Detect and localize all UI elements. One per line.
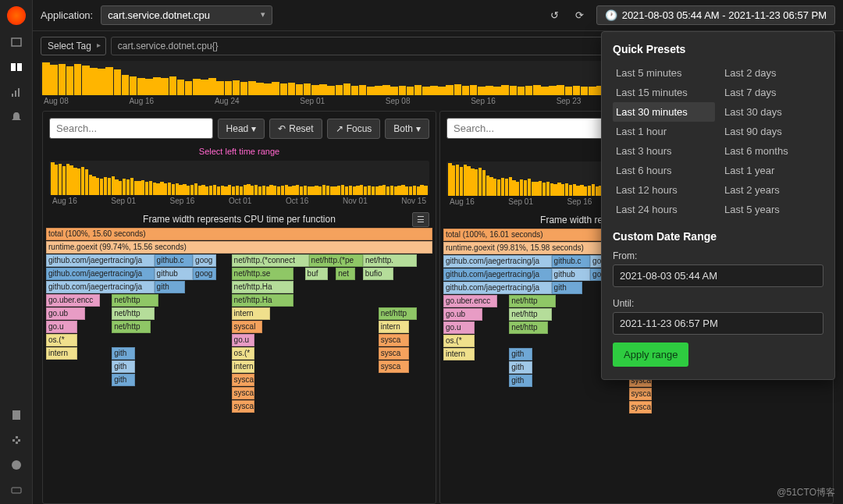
head-dropdown[interactable]: Head ▾ <box>218 119 265 139</box>
from-input[interactable] <box>613 264 823 287</box>
preset-option[interactable]: Last 2 days <box>721 63 823 83</box>
flame-frame[interactable]: gith <box>112 374 135 386</box>
keyboard-icon[interactable] <box>9 482 24 498</box>
comparison-view-icon[interactable] <box>9 59 24 75</box>
left-mini-timeline[interactable]: Aug 16Sep 01Sep 16Oct 01Oct 16Nov 01Nov … <box>49 161 429 208</box>
flame-frame[interactable]: gith <box>112 347 135 360</box>
flame-frame[interactable]: github <box>552 268 591 281</box>
flame-frame[interactable]: net/http <box>112 294 158 307</box>
preset-option[interactable]: Last 90 days <box>721 122 823 141</box>
undo-icon[interactable]: ↺ <box>546 7 564 24</box>
flame-frame[interactable]: sysca <box>232 387 255 399</box>
docs-icon[interactable] <box>9 407 24 423</box>
preset-option[interactable]: Last 15 minutes <box>613 83 715 102</box>
flame-frame[interactable]: syscal <box>232 321 263 333</box>
flame-frame[interactable]: github.c <box>552 255 591 268</box>
flame-frame[interactable]: go.ub <box>46 307 85 320</box>
preset-option[interactable]: Last 5 years <box>721 200 823 219</box>
flame-frame[interactable]: gith <box>552 282 583 294</box>
flame-frame[interactable]: runtime.goexit (99.74%, 15.56 seconds) <box>46 241 432 254</box>
flame-frame[interactable]: net/http.Ha <box>232 294 293 307</box>
flame-frame[interactable]: sysca <box>379 360 410 373</box>
flame-frame[interactable]: go.uber.encc <box>46 294 100 307</box>
flame-frame[interactable]: net/http.se <box>232 268 293 280</box>
single-view-icon[interactable] <box>9 34 24 50</box>
flame-frame[interactable]: net/http.(*pe <box>309 254 363 267</box>
flame-frame[interactable]: syscal <box>232 374 255 386</box>
flame-frame[interactable]: sysca <box>232 400 255 413</box>
flame-frame[interactable]: os.(* <box>232 347 255 360</box>
until-input[interactable] <box>613 312 823 335</box>
flame-frame[interactable]: go.u <box>232 334 255 346</box>
flame-frame[interactable]: intern <box>443 348 475 360</box>
preset-option[interactable]: Last 6 months <box>721 141 823 161</box>
flame-frame[interactable]: github.com/jaegertracing/ja <box>46 268 155 280</box>
flame-frame[interactable]: bufio <box>363 268 394 280</box>
search-input[interactable] <box>49 118 213 139</box>
flame-frame[interactable]: github.com/jaegertracing/ja <box>443 255 552 268</box>
flame-frame[interactable]: github.com/jaegertracing/ja <box>443 268 552 281</box>
flame-frame[interactable]: os.(* <box>46 334 77 346</box>
preset-option[interactable]: Last 30 days <box>721 102 823 122</box>
preset-option[interactable]: Last 3 hours <box>613 141 715 161</box>
flame-frame[interactable]: gith <box>509 348 532 360</box>
flame-frame[interactable]: intern <box>379 321 410 333</box>
flame-frame[interactable]: github <box>155 268 194 280</box>
preset-option[interactable]: Last 1 hour <box>613 122 715 141</box>
flame-frame[interactable]: sysca <box>629 401 653 413</box>
preset-option[interactable]: Last 7 days <box>721 83 823 102</box>
preset-option[interactable]: Last 1 year <box>721 161 823 180</box>
flame-frame[interactable]: os.(* <box>443 335 475 347</box>
flame-frame[interactable]: gith <box>509 374 532 387</box>
flame-frame[interactable]: go.uber.encc <box>443 295 497 307</box>
flame-frame[interactable]: total (100%, 15.60 seconds) <box>46 228 432 240</box>
flamegraph-left[interactable]: total (100%, 15.60 seconds)runtime.goexi… <box>43 228 436 503</box>
flame-frame[interactable]: intern <box>46 347 77 360</box>
slack-icon[interactable] <box>9 432 24 448</box>
flame-frame[interactable]: net/http <box>509 295 555 307</box>
flame-frame[interactable]: github.com/jaegertracing/ja <box>443 282 552 294</box>
flame-frame[interactable]: gith <box>509 361 532 374</box>
flame-frame[interactable]: github.c <box>155 254 194 267</box>
flame-frame[interactable]: net/http <box>509 308 551 321</box>
select-tag-dropdown[interactable]: Select Tag <box>41 37 106 55</box>
reset-button[interactable]: ↶ Reset <box>269 119 322 139</box>
panel-menu-button[interactable]: ☰ <box>412 212 429 227</box>
flame-frame[interactable]: go.u <box>443 321 475 334</box>
flame-frame[interactable]: net/http <box>509 321 548 334</box>
flame-frame[interactable]: net/http.Ha <box>232 281 293 293</box>
diff-view-icon[interactable] <box>9 84 24 100</box>
flame-frame[interactable]: buf <box>305 268 329 280</box>
daterange-button[interactable]: 🕐 2021-08-03 05:44 AM - 2021-11-23 06:57… <box>596 5 835 25</box>
flame-frame[interactable]: intern <box>232 307 271 320</box>
flame-frame[interactable]: gith <box>112 360 135 373</box>
flame-frame[interactable]: sysca <box>629 388 653 400</box>
alerts-icon[interactable] <box>9 109 24 125</box>
application-select[interactable]: cart.service.dotnet.cpu <box>101 5 272 25</box>
flame-frame[interactable]: goog <box>193 268 216 280</box>
apply-range-button[interactable]: Apply range <box>613 343 688 367</box>
both-dropdown[interactable]: Both ▾ <box>385 119 429 139</box>
flame-frame[interactable]: github.com/jaegertracing/ja <box>46 254 155 267</box>
preset-option[interactable]: Last 6 hours <box>613 161 715 180</box>
preset-option[interactable]: Last 2 years <box>721 180 823 200</box>
preset-option[interactable]: Last 24 hours <box>613 200 715 219</box>
flame-frame[interactable]: net/http <box>379 307 418 320</box>
refresh-icon[interactable]: ⟳ <box>571 7 589 24</box>
flame-frame[interactable]: gith <box>155 281 186 293</box>
preset-option[interactable]: Last 30 minutes <box>613 102 715 122</box>
flame-frame[interactable]: go.u <box>46 321 77 333</box>
focus-button[interactable]: ↗ Focus <box>327 119 381 139</box>
flame-frame[interactable]: intern <box>232 360 255 373</box>
flame-frame[interactable]: net/http <box>112 321 151 333</box>
github-icon[interactable] <box>9 457 24 473</box>
preset-option[interactable]: Last 5 minutes <box>613 63 715 83</box>
flame-frame[interactable]: go.ub <box>443 308 482 321</box>
flame-frame[interactable]: github.com/jaegertracing/ja <box>46 281 155 293</box>
flame-frame[interactable]: net/http <box>112 307 154 320</box>
flame-frame[interactable]: net/http. <box>363 254 417 267</box>
preset-option[interactable]: Last 12 hours <box>613 180 715 200</box>
flame-frame[interactable]: sysca <box>379 334 410 346</box>
flame-frame[interactable]: goog <box>193 254 216 267</box>
flame-frame[interactable]: net <box>336 268 355 280</box>
